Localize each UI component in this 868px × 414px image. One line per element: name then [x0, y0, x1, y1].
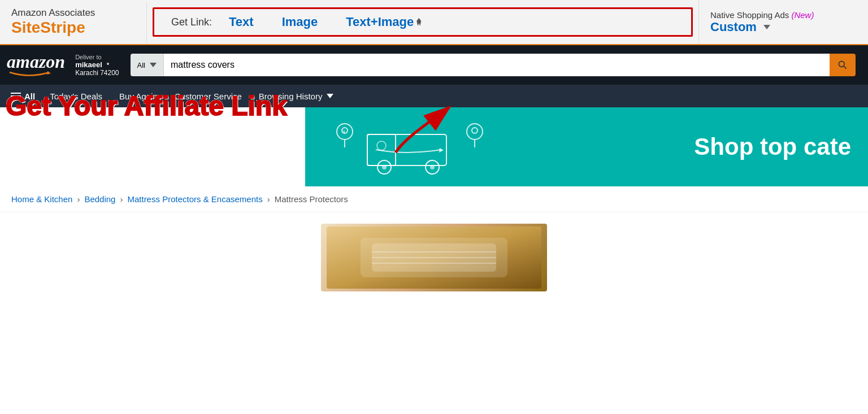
dropdown-arrow-icon	[763, 25, 770, 29]
text-image-link-button[interactable]: Text+Image	[346, 15, 421, 29]
get-link-buttons: Text Image Text+Image	[229, 15, 421, 29]
svg-point-11	[382, 165, 387, 169]
amazon-header: amazon Deliver to mikaeel Karachi 74200 …	[0, 45, 868, 85]
search-bar: All	[131, 54, 856, 76]
affiliate-link-annotation: Get Your Affiliate Link	[6, 90, 287, 121]
pushpin-icon	[416, 18, 421, 26]
native-ads-label: Native Shopping Ads (New)	[710, 10, 857, 20]
svg-point-13	[430, 165, 435, 169]
sitestripe-brand: SiteStripe	[11, 19, 135, 37]
breadcrumb: Home & Kitchen › Bedding › Mattress Prot…	[0, 186, 868, 212]
category-dropdown-icon	[150, 63, 157, 67]
amazon-logo-text: amazon	[7, 53, 65, 71]
svg-point-1	[839, 61, 844, 67]
search-input[interactable]	[164, 54, 830, 76]
sitestripe-bar: Amazon Associates SiteStripe Get Link: T…	[0, 0, 868, 45]
breadcrumb-home-kitchen[interactable]: Home & Kitchen	[11, 194, 72, 204]
breadcrumb-mattress-protectors-enc[interactable]: Mattress Protectors & Encasements	[127, 194, 262, 204]
header-section: amazon Deliver to mikaeel Karachi 74200 …	[0, 45, 868, 85]
product-thumbnail-svg	[327, 226, 541, 289]
svg-point-17	[472, 128, 478, 133]
breadcrumb-sep-3: ›	[267, 194, 270, 204]
deliver-label: Deliver to	[75, 54, 119, 60]
svg-text:a: a	[342, 129, 345, 134]
svg-point-0	[107, 63, 109, 65]
breadcrumb-sep-2: ›	[120, 194, 123, 204]
deliver-to[interactable]: Deliver to mikaeel Karachi 74200	[75, 54, 119, 77]
breadcrumb-sep-1: ›	[77, 194, 80, 204]
deliver-location: Karachi 74200	[75, 69, 119, 77]
shop-top-text: Shop top cate	[694, 133, 851, 160]
search-icon	[837, 59, 848, 71]
breadcrumb-bedding[interactable]: Bedding	[84, 194, 115, 204]
text-link-button[interactable]: Text	[229, 15, 254, 29]
breadcrumb-current: Mattress Protectors	[275, 194, 348, 204]
native-ads-section: Native Shopping Ads (New) Custom	[698, 0, 868, 44]
svg-point-15	[377, 141, 386, 150]
red-arrow-annotation	[390, 102, 458, 158]
get-link-label: Get Link:	[171, 16, 212, 28]
deliver-name-text: mikaeel	[75, 60, 119, 69]
sitestripe-logo: Amazon Associates SiteStripe	[0, 2, 147, 42]
svg-point-16	[467, 124, 483, 140]
custom-button[interactable]: Custom	[710, 20, 857, 34]
image-link-button[interactable]: Image	[282, 15, 318, 29]
search-button[interactable]	[830, 54, 856, 76]
new-badge: (New)	[791, 10, 814, 20]
amazon-logo[interactable]: amazon	[7, 53, 65, 77]
associates-label: Amazon Associates	[11, 7, 135, 19]
get-link-section: Get Link: Text Image Text+Image	[153, 7, 693, 37]
product-preview	[0, 212, 868, 303]
location-pin-icon	[105, 62, 111, 67]
search-category-button[interactable]: All	[131, 54, 164, 76]
browsing-history-dropdown-icon	[327, 94, 333, 98]
product-image	[321, 224, 547, 291]
svg-line-2	[844, 66, 847, 69]
amazon-smile-icon	[7, 71, 52, 77]
